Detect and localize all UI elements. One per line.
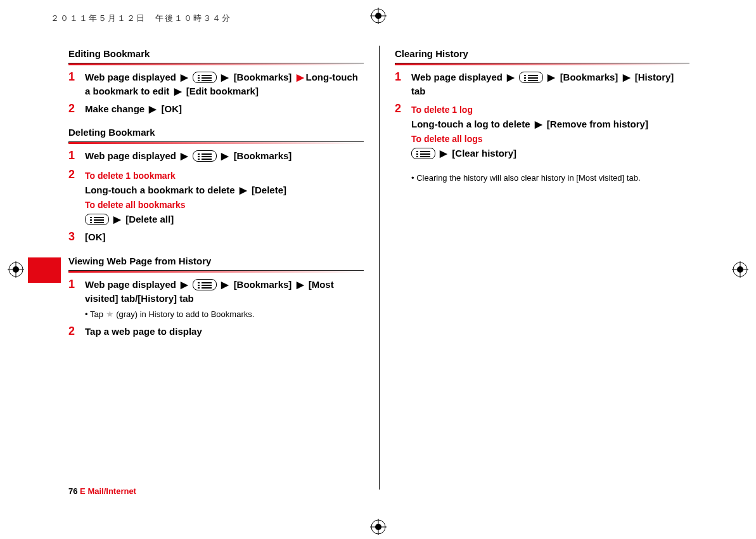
text: Web page displayed <box>85 72 176 82</box>
step-body: Web page displayed ▶ ▶ [Bookmarks] ▶ [Mo… <box>85 278 364 321</box>
text: (gray) in History to add to Bookmarks. <box>114 309 255 319</box>
text: Web page displayed <box>85 150 176 161</box>
bullet-icon: • <box>85 309 88 319</box>
arrow-icon: ▶ <box>438 148 449 159</box>
arrow-icon: ▶ <box>179 72 190 82</box>
arrow-icon: ▶ <box>219 279 231 290</box>
text: Tap a web page to display <box>85 326 202 337</box>
step-number: 3 <box>68 230 85 244</box>
arrow-icon: ▶ <box>219 150 231 161</box>
text: Tap <box>90 309 106 319</box>
text: Web page displayed <box>85 279 176 290</box>
print-timestamp: ２０１１年５月１２日 午後１０時３４分 <box>51 13 231 24</box>
section-title-clearing-history: Clearing History <box>395 48 689 59</box>
menu-button-icon <box>193 279 217 290</box>
sub-heading: To delete 1 bookmark <box>85 169 364 182</box>
menu-button-icon <box>85 214 109 225</box>
text: [Clear history] <box>452 148 516 159</box>
section-title-editing-bookmark: Editing Bookmark <box>68 48 364 59</box>
text: Long-touch a log to delete <box>411 119 530 129</box>
step-body: Make change ▶ [OK] <box>85 102 364 116</box>
note: • Tap ★ (gray) in History to add to Book… <box>85 308 364 321</box>
registration-mark-right <box>732 261 748 278</box>
text: Make change <box>85 103 144 114</box>
step-number: 2 <box>68 168 85 182</box>
step-body: [OK] <box>85 230 364 244</box>
arrow-icon: ▶ <box>147 103 158 114</box>
registration-mark-top <box>370 8 387 24</box>
bullet-icon: • <box>411 173 414 183</box>
text: [Edit bookmark] <box>186 86 259 96</box>
step-number: 2 <box>68 325 85 339</box>
side-tab <box>28 257 61 283</box>
page: ２０１１年５月１２日 午後１０時３４分 Editing Bookmark 1 W… <box>0 0 756 539</box>
arrow-icon: ▶ <box>546 72 557 82</box>
right-column: Clearing History 1 Web page displayed ▶ … <box>379 46 689 490</box>
text: [Bookmarks] <box>560 72 618 82</box>
steps-deleting-bookmark: 1 Web page displayed ▶ ▶ [Bookmarks] 2 T… <box>68 149 364 244</box>
arrow-icon: ▶ <box>295 279 306 290</box>
menu-button-icon <box>193 150 217 162</box>
registration-mark-bottom <box>370 519 387 535</box>
step-body: Tap a web page to display <box>85 325 364 339</box>
step: 3 [OK] <box>68 230 364 244</box>
registration-mark-left <box>8 261 24 278</box>
left-column: Editing Bookmark 1 Web page displayed ▶ … <box>68 46 379 490</box>
text: [Bookmarks] <box>234 72 292 82</box>
step-body: Web page displayed ▶ ▶ [Bookmarks] ▶ [Hi… <box>411 70 689 98</box>
title-rule <box>68 141 364 143</box>
arrow-icon: ▶ <box>112 214 123 224</box>
step: 1 Web page displayed ▶ ▶ [Bookmarks] <box>68 149 364 163</box>
text: [Delete] <box>252 185 286 195</box>
content: Editing Bookmark 1 Web page displayed ▶ … <box>68 46 715 490</box>
arrow-icon: ▶ <box>179 279 190 290</box>
title-rule <box>68 270 364 271</box>
title-rule <box>68 63 364 64</box>
step: 2 Tap a web page to display <box>68 325 364 339</box>
arrow-icon: ▶ <box>172 86 184 96</box>
text: Web page displayed <box>411 72 503 82</box>
steps-editing-bookmark: 1 Web page displayed ▶ ▶ [Bookmarks] ▶Lo… <box>68 70 364 115</box>
section-name: E Mail/Internet <box>80 486 136 496</box>
section-title-viewing-history: Viewing Web Page from History <box>68 256 364 266</box>
text: [Bookmarks] <box>234 279 292 290</box>
text: [Bookmarks] <box>234 150 292 161</box>
text: Clearing the history will also clear his… <box>416 173 640 183</box>
arrow-icon: ▶ <box>505 72 516 82</box>
step: 2 To delete 1 bookmark Long-touch a book… <box>68 168 364 226</box>
text: Long-touch a bookmark to delete <box>85 185 235 195</box>
arrow-icon: ▶ <box>533 119 544 129</box>
step-number: 2 <box>395 102 411 116</box>
step-number: 1 <box>395 70 411 84</box>
note: • Clearing the history will also clear h… <box>411 172 689 185</box>
menu-button-icon <box>193 72 217 83</box>
step: 1 Web page displayed ▶ ▶ [Bookmarks] ▶Lo… <box>68 70 364 98</box>
arrow-icon: ▶ <box>621 72 632 82</box>
step: 1 Web page displayed ▶ ▶ [Bookmarks] ▶ [… <box>395 70 689 98</box>
sub-heading: To delete all bookmarks <box>85 198 364 211</box>
steps-viewing-history: 1 Web page displayed ▶ ▶ [Bookmarks] ▶ [… <box>68 278 364 339</box>
step-number: 1 <box>68 278 85 292</box>
step: 1 Web page displayed ▶ ▶ [Bookmarks] ▶ [… <box>68 278 364 321</box>
text: [Remove from history] <box>547 119 648 129</box>
arrow-icon: ▶ <box>179 150 190 161</box>
step-number: 1 <box>68 70 85 84</box>
text: [Delete all] <box>125 214 174 224</box>
arrow-icon: ▶ <box>219 72 231 82</box>
page-footer: 76 E Mail/Internet <box>68 486 136 496</box>
sub-heading: To delete all logs <box>411 133 689 145</box>
title-rule <box>395 63 689 64</box>
arrow-icon: ▶ <box>238 185 249 195</box>
text: [OK] <box>85 231 106 242</box>
step-number: 1 <box>68 149 85 163</box>
step-body: Web page displayed ▶ ▶ [Bookmarks] <box>85 149 364 163</box>
menu-button-icon <box>519 72 543 83</box>
arrow-icon: ▶ <box>295 72 306 82</box>
step: 2 Make change ▶ [OK] <box>68 102 364 116</box>
star-icon: ★ <box>106 309 114 319</box>
steps-clearing-history: 1 Web page displayed ▶ ▶ [Bookmarks] ▶ [… <box>395 70 689 160</box>
step: 2 To delete 1 log Long-touch a log to de… <box>395 102 689 160</box>
section-title-deleting-bookmark: Deleting Bookmark <box>68 127 364 138</box>
step-body: Web page displayed ▶ ▶ [Bookmarks] ▶Long… <box>85 70 364 98</box>
step-body: To delete 1 log Long-touch a log to dele… <box>411 102 689 160</box>
